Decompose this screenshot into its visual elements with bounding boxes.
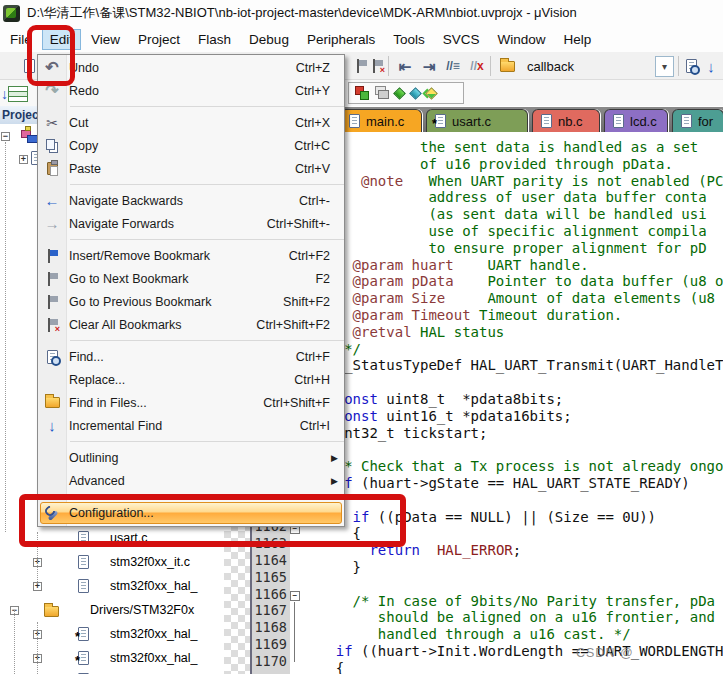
menu-item-shortcut: Ctrl+Z bbox=[296, 61, 344, 75]
menu-item-label: Replace... bbox=[69, 373, 125, 387]
tree-item-stm32f0xx-hal[interactable]: +stm32f0xx_hal bbox=[0, 670, 224, 674]
tab-lcd-c[interactable]: lcd.c bbox=[604, 109, 668, 132]
search-combo-value[interactable]: callback bbox=[527, 59, 574, 74]
bookmark-clear-icon[interactable]: × bbox=[366, 55, 388, 77]
menu-item-incremental-find[interactable]: ↓Incremental FindCtrl+I bbox=[38, 414, 344, 437]
tree-item-label: Drivers/STM32F0x bbox=[90, 603, 194, 617]
menu-item-label: Outlining bbox=[69, 451, 118, 465]
bookmark-prev-icon bbox=[43, 293, 61, 311]
tab-label: for bbox=[698, 114, 713, 129]
file-icon bbox=[78, 579, 89, 597]
tab-label: main.c bbox=[366, 114, 404, 129]
menu-item-label: Paste bbox=[69, 162, 101, 176]
menu-item-clear-all-bookmarks[interactable]: ×Clear All BookmarksCtrl+Shift+F2 bbox=[38, 313, 344, 336]
menu-item-label: Find in Files... bbox=[69, 396, 147, 410]
batch-icon[interactable] bbox=[375, 84, 388, 102]
tab-nb-c[interactable]: nb.c bbox=[532, 109, 600, 132]
fold-box-1166[interactable]: − bbox=[290, 591, 300, 601]
menubar-item-help[interactable]: Help bbox=[556, 29, 600, 50]
menu-item-go-to-next-bookmark[interactable]: Go to Next BookmarkF2 bbox=[38, 267, 344, 290]
search-combo-dropdown-button[interactable]: ▾ bbox=[655, 56, 674, 77]
tree-item-label: stm32f0xx_hal_ bbox=[110, 627, 198, 641]
submenu-arrow-icon: ▶ bbox=[331, 476, 344, 486]
menu-item-cut[interactable]: ✂CutCtrl+X bbox=[38, 111, 344, 134]
menu-item-go-to-previous-bookmark[interactable]: Go to Previous BookmarkShift+F2 bbox=[38, 290, 344, 313]
menu-item-label: Cut bbox=[69, 116, 88, 130]
menu-item-advanced[interactable]: Advanced▶ bbox=[38, 469, 344, 492]
document-icon bbox=[541, 114, 552, 128]
menu-item-navigate-forwards[interactable]: →Navigate ForwardsCtrl+Shift+- bbox=[38, 212, 344, 235]
menu-item-label: Navigate Forwards bbox=[69, 217, 174, 231]
tree-item-stm32f0xx-hal-[interactable]: +stm32f0xx_hal_ bbox=[0, 624, 224, 646]
menubar-item-tools[interactable]: Tools bbox=[385, 29, 433, 50]
menu-item-copy[interactable]: CopyCtrl+C bbox=[38, 134, 344, 157]
uncomment-icon[interactable]: //x bbox=[466, 55, 488, 77]
tree-item-drivers-stm32f0x[interactable]: −Drivers/STM32F0x bbox=[0, 600, 224, 622]
menubar-item-window[interactable]: Window bbox=[489, 29, 553, 50]
menu-separator bbox=[38, 235, 344, 244]
indent-icon[interactable]: ⇥ bbox=[418, 55, 440, 77]
menu-item-shortcut: Ctrl+C bbox=[294, 139, 344, 153]
menu-item-shortcut: Ctrl+F bbox=[296, 350, 344, 364]
tree-item-stm32f0xx-hal-[interactable]: +stm32f0xx_hal_ bbox=[0, 576, 224, 598]
tab-main-c[interactable]: main.c bbox=[340, 109, 422, 132]
code-text[interactable]: the sent data is handled as a set of u16… bbox=[302, 139, 723, 674]
incremental-find-icon[interactable]: ↓ bbox=[700, 55, 722, 77]
menu-item-label: Go to Previous Bookmark bbox=[69, 295, 211, 309]
find-document-icon[interactable] bbox=[680, 55, 702, 77]
translate-icon[interactable] bbox=[355, 84, 368, 102]
tab-label: nb.c bbox=[558, 114, 583, 129]
copy-icon bbox=[43, 137, 61, 155]
tree-item-stm32f0xx-it-c[interactable]: +stm32f0xx_it.c bbox=[0, 552, 224, 574]
find-in-files-icon[interactable] bbox=[496, 55, 518, 77]
tree-item-label: stm32f0xx_hal_ bbox=[110, 651, 198, 665]
menu-item-shortcut: Ctrl+H bbox=[294, 373, 344, 387]
bookmark-clear-icon: × bbox=[43, 316, 61, 334]
rebuild-icon[interactable] bbox=[411, 84, 420, 102]
tab-label: lcd.c bbox=[630, 114, 657, 129]
tab-for[interactable]: for bbox=[672, 109, 723, 132]
tree-expand-root[interactable]: − bbox=[1, 132, 10, 141]
menu-item-label: Find... bbox=[69, 350, 104, 364]
menubar-item-flash[interactable]: Flash bbox=[190, 29, 239, 50]
menu-item-label: Go to Next Bookmark bbox=[69, 272, 189, 286]
menubar-item-debug[interactable]: Debug bbox=[241, 29, 297, 50]
navigate-forwards-icon: → bbox=[43, 215, 61, 233]
outdent-icon[interactable]: ⇤ bbox=[394, 55, 416, 77]
menu-item-paste[interactable]: PasteCtrl+V bbox=[38, 157, 344, 180]
menu-item-shortcut: F2 bbox=[315, 272, 344, 286]
tree-item-stm32f0xx-hal-[interactable]: +stm32f0xx_hal_ bbox=[0, 648, 224, 670]
menu-item-label: Incremental Find bbox=[69, 419, 162, 433]
menu-item-shortcut: Ctrl+Shift+F bbox=[263, 396, 344, 410]
menu-item-label: Copy bbox=[69, 139, 98, 153]
file-key-icon bbox=[78, 627, 89, 645]
menu-item-find-in-files[interactable]: Find in Files...Ctrl+Shift+F bbox=[38, 391, 344, 414]
menu-item-navigate-backwards[interactable]: ←Navigate BackwardsCtrl+- bbox=[38, 189, 344, 212]
menubar-item-peripherals[interactable]: Peripherals bbox=[299, 29, 383, 50]
menu-item-find[interactable]: Find...Ctrl+F bbox=[38, 345, 344, 368]
menu-item-undo[interactable]: ↶UndoCtrl+Z bbox=[38, 56, 344, 79]
menu-item-label: Navigate Backwards bbox=[69, 194, 183, 208]
menu-separator bbox=[38, 180, 344, 189]
menu-item-replace[interactable]: Replace...Ctrl+H bbox=[38, 368, 344, 391]
menu-item-insert-remove-bookmark[interactable]: Insert/Remove BookmarkCtrl+F2 bbox=[38, 244, 344, 267]
menubar-item-project[interactable]: Project bbox=[130, 29, 188, 50]
project-pane-caption: Project bbox=[0, 106, 37, 124]
comment-icon[interactable]: //≡ bbox=[442, 55, 464, 77]
document-icon bbox=[681, 114, 692, 128]
paste-icon bbox=[43, 160, 61, 178]
menubar-item-view[interactable]: View bbox=[83, 29, 128, 50]
csdn-watermark: CSDN @ bbox=[576, 646, 634, 660]
menubar-item-svcs[interactable]: SVCS bbox=[435, 29, 488, 50]
tab-usart-c[interactable]: usart.c bbox=[426, 109, 528, 132]
tree-expand-group[interactable]: + bbox=[19, 155, 28, 164]
menu-item-outlining[interactable]: Outlining▶ bbox=[38, 446, 344, 469]
menu-bar: FileEditViewProjectFlashDebugPeripherals… bbox=[0, 26, 723, 52]
menu-separator bbox=[38, 102, 344, 111]
menu-item-redo[interactable]: ↷RedoCtrl+Y bbox=[38, 79, 344, 102]
tree-item-label: stm32f0xx_it.c bbox=[110, 555, 190, 569]
batch-build-icon[interactable] bbox=[427, 84, 436, 102]
build-icon[interactable] bbox=[395, 84, 404, 102]
incremental-find-icon: ↓ bbox=[43, 417, 61, 435]
menu-separator bbox=[38, 437, 344, 446]
